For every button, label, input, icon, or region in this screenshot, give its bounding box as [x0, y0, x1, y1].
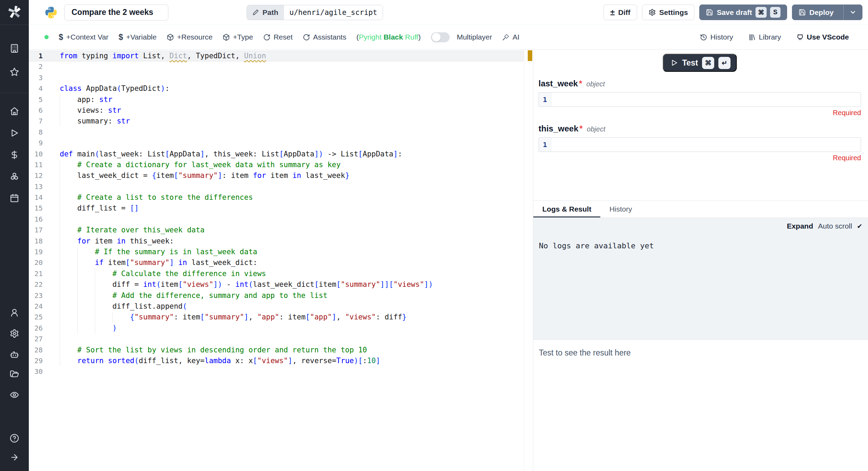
code-line[interactable]: 20 if item["summary"] in last_week_dict: — [29, 257, 533, 268]
result-placeholder: Test to see the result here — [539, 348, 631, 357]
autoscroll-label[interactable]: Auto scroll — [818, 222, 852, 230]
line-number: 18 — [29, 236, 43, 247]
code-line[interactable]: 22 diff = int(item["views"]) - int(last_… — [29, 279, 533, 290]
script-title-input[interactable]: Compare the 2 weeks — [64, 5, 168, 20]
input-line-number: 1 — [539, 93, 551, 106]
code-line[interactable]: 18 for item in this_week: — [29, 236, 533, 247]
code-line[interactable]: 21 # Calculate the difference in views — [29, 268, 533, 279]
sidebar-item-eye[interactable] — [0, 388, 29, 402]
code-line[interactable]: 19 # If the summary is in last_week data — [29, 247, 533, 257]
tab-logs-result[interactable]: Logs & Result — [533, 201, 600, 217]
enter-key-badge: ↵ — [718, 57, 731, 69]
code-line[interactable]: 26 ) — [29, 323, 533, 334]
code-line[interactable]: 11 # Create a dictionary for last_week d… — [29, 160, 533, 170]
sidebar-item-play[interactable] — [0, 126, 29, 140]
sidebar-item-star[interactable] — [0, 65, 29, 79]
code-line[interactable]: 1from typing import List, Dict, TypedDic… — [29, 51, 533, 61]
sidebar-item-bot[interactable] — [0, 348, 29, 361]
code-line[interactable]: 7 summary: str — [29, 116, 533, 127]
reset-button[interactable]: Reset — [263, 33, 293, 41]
code-line[interactable]: 30 — [29, 366, 533, 377]
sidebar-item-arrow[interactable] — [0, 450, 29, 464]
test-button[interactable]: Test ⌘ ↵ — [663, 54, 737, 72]
tab-history[interactable]: History — [600, 201, 641, 217]
sidebar-item-building[interactable] — [0, 41, 29, 55]
code-line[interactable]: 14 # Create a list to store the differen… — [29, 192, 533, 203]
code-line[interactable]: 24 diff_list.append( — [29, 301, 533, 312]
settings-button[interactable]: Settings — [642, 5, 695, 20]
code-line[interactable]: 2 — [29, 61, 533, 72]
plus-minus-icon: ± — [610, 8, 615, 17]
sidebar-item-gear[interactable] — [0, 326, 29, 340]
code-line[interactable]: 9 — [29, 138, 533, 148]
editor-overview-ruler[interactable] — [524, 50, 533, 471]
code-line[interactable]: 10def main(last_week: List[AppData], thi… — [29, 149, 533, 160]
expand-logs-button[interactable]: Expand — [787, 222, 813, 230]
deploy-main[interactable]: Deploy — [792, 5, 840, 20]
assistants-button[interactable]: Assistants — [303, 33, 347, 41]
history-button[interactable]: History — [700, 33, 733, 41]
ai-button[interactable]: AI — [502, 33, 519, 41]
deploy-dropdown[interactable] — [843, 5, 862, 20]
code-line[interactable]: 15 diff_list = [] — [29, 203, 533, 214]
code-editor[interactable]: 1from typing import List, Dict, TypedDic… — [29, 50, 533, 471]
check-icon[interactable]: ✔ — [857, 222, 862, 230]
code-line[interactable]: 27 — [29, 334, 533, 344]
code-line[interactable]: 3 — [29, 72, 533, 83]
code-line[interactable]: 5 app: str — [29, 94, 533, 105]
required-asterisk: * — [579, 79, 582, 88]
diff-button[interactable]: ± Diff — [603, 5, 637, 20]
sidebar-item-boxes[interactable] — [0, 170, 29, 183]
code-line[interactable]: 23 # Add the difference, summary and app… — [29, 290, 533, 301]
arg-json-input[interactable]: 1 — [539, 137, 861, 152]
code-text: app: str — [60, 94, 112, 105]
arg-json-input[interactable]: 1 — [539, 92, 861, 107]
code-line[interactable]: 17 # Iterate over this_week data — [29, 225, 533, 236]
result-tabs: Logs & ResultHistory — [533, 200, 868, 218]
play-icon — [670, 59, 678, 67]
code-line[interactable]: 4class AppData(TypedDict): — [29, 83, 533, 94]
use-vscode-button[interactable]: Use VScode — [796, 33, 849, 41]
sidebar-item-dollar[interactable] — [0, 148, 29, 162]
code-text: summary: str — [60, 116, 130, 127]
sidebar-item-home[interactable] — [0, 104, 29, 118]
main-area: Compare the 2 weeks Path u/henri/agile_s… — [29, 0, 868, 471]
windmill-logo-icon[interactable] — [0, 4, 29, 20]
path-field[interactable]: Path u/henri/agile_script — [247, 5, 383, 20]
sidebar-item-calendar[interactable] — [0, 191, 29, 205]
add-context-var-button[interactable]: $ +Context Var — [59, 33, 108, 42]
add-resource-button[interactable]: +Resource — [167, 33, 212, 41]
toggle-knob — [432, 33, 441, 42]
multiplayer-toggle[interactable] — [431, 32, 450, 42]
line-number: 8 — [29, 127, 43, 138]
code-line[interactable]: 12 last_week_dict = {item["summary"]: it… — [29, 170, 533, 181]
line-number: 23 — [29, 290, 43, 301]
path-label-segment[interactable]: Path — [247, 5, 284, 20]
add-variable-button[interactable]: $ +Variable — [118, 33, 157, 42]
lint-status[interactable]: (Pyright Black Ruff) — [356, 33, 420, 41]
arg-name: this_week — [539, 124, 578, 134]
deploy-button[interactable]: Deploy — [792, 5, 862, 20]
code-text: if item["summary"] in last_week_dict: — [60, 257, 257, 268]
path-value[interactable]: u/henri/agile_script — [284, 5, 383, 20]
code-line[interactable]: 6 views: str — [29, 105, 533, 116]
line-number: 14 — [29, 192, 43, 203]
save-draft-button[interactable]: Save draft ⌘ S — [699, 5, 787, 20]
code-line[interactable]: 8 — [29, 127, 533, 138]
ruff-status: Ruff — [405, 33, 418, 41]
code-line[interactable]: 13 — [29, 181, 533, 192]
code-line[interactable]: 29 return sorted(diff_list, key=lambda x… — [29, 356, 533, 366]
add-type-button[interactable]: +Type — [223, 33, 253, 41]
sidebar-item-folder[interactable] — [0, 367, 29, 381]
code-line[interactable]: 16 — [29, 214, 533, 225]
code-line[interactable]: 25 {"summary": item["summary"], "app": i… — [29, 312, 533, 323]
code-text: # Calculate the difference in views — [60, 268, 266, 279]
library-button[interactable]: Library — [748, 33, 781, 41]
line-number: 17 — [29, 225, 43, 236]
code-text: {"summary": item["summary"], "app": item… — [60, 312, 407, 323]
line-number: 5 — [29, 94, 43, 105]
line-number: 7 — [29, 116, 43, 127]
sidebar-item-user[interactable] — [0, 306, 29, 319]
code-line[interactable]: 28 # Sort the list by views in descendin… — [29, 345, 533, 356]
sidebar-item-help[interactable] — [0, 431, 29, 445]
